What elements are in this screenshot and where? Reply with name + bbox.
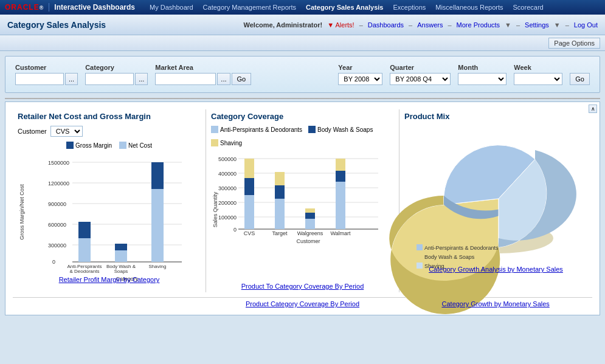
svg-text:400000: 400000 [218,171,237,177]
bar-bw-grossmargin [115,244,127,250]
svg-text:600000: 600000 [48,222,66,228]
customer-select-label: Customer [18,128,47,135]
welcome-text: Welcome, Administrator! [244,21,323,29]
svg-text:Body Wash & Soaps: Body Wash & Soaps [424,254,475,260]
market-area-go-btn[interactable]: Go [232,73,252,85]
middle-bar-chart: Sales Quantity 500000 400000 300000 2000… [211,149,387,276]
right-chart-title: Product Mix [404,112,587,121]
nav-category-sales[interactable]: Category Sales Analysis [306,4,383,11]
quarter-filter-group: Quarter BY 2008 Q4 [390,64,451,85]
svg-text:0: 0 [52,259,55,265]
svg-text:200000: 200000 [218,200,237,206]
svg-rect-38 [417,253,423,259]
bar-target-sh [275,172,285,185]
legend-bw: Body Wash & Soaps [308,126,373,133]
bar-sh-netcost [151,189,164,262]
left-y-axis-label: Gross Margin/Net Cost [19,184,25,240]
page-options-bar: Page Options [0,35,605,51]
week-filter-group: Week [514,64,562,85]
nav-misc-reports[interactable]: Miscellaneous Reports [435,4,503,11]
category-filter-group: Category ... [85,64,148,85]
customer-input[interactable] [15,73,64,85]
bottom-middle-link[interactable]: Product Category Coverage By Period [246,300,359,307]
year-label: Year [338,64,382,71]
legend-sh: Shaving [211,139,242,146]
bar-ap-netcost [78,238,91,262]
legend-net-cost: Net Cost [119,142,152,149]
filter-row: Customer ... Category ... Market Area ..… [15,64,590,85]
right-pie-chart: Anti-Perspirants & Deodorants Body Wash … [404,126,581,259]
middle-chart-link[interactable]: Product To Category Coverage By Period [211,283,394,290]
svg-text:Walgreens: Walgreens [297,230,323,236]
category-input[interactable] [85,73,134,85]
nav-scorecard[interactable]: Scorecard [513,4,544,11]
svg-text:300000: 300000 [218,185,237,191]
svg-text:0: 0 [233,227,237,233]
logout-link[interactable]: Log Out [574,21,598,29]
market-area-browse-btn[interactable]: ... [217,73,230,85]
nav-category-management[interactable]: Category Management Reports [203,4,296,11]
bar-walgreens-sh [305,208,315,213]
divider [5,98,600,99]
category-label: Category [85,64,148,71]
customer-select-row: Customer CVS [18,126,201,137]
dashboards-link[interactable]: Dashboards [368,21,404,29]
oracle-logo: ORACLE® [5,3,44,12]
svg-text:Customer: Customer [296,238,320,244]
year-select[interactable]: BY 2008 [338,73,382,85]
header-right-links: Welcome, Administrator! ▼ Alerts! – Dash… [244,21,598,29]
month-label: Month [458,64,506,71]
main-content: ∧ Retailer Net Cost and Gross Margin Cus… [5,101,600,315]
left-chart-link[interactable]: Retailer Profit Margin by Category [18,276,201,283]
svg-text:1200000: 1200000 [48,180,69,187]
go-button[interactable]: Go [570,73,590,85]
svg-text:Shaving: Shaving [149,264,167,269]
month-filter-group: Month [458,64,506,85]
page-title: Category Sales Analysis [7,20,106,30]
bar-walmart-ap [336,182,345,229]
year-filter-group: Year BY 2008 [338,64,382,85]
market-area-input[interactable] [155,73,216,85]
bar-target-ap [275,199,285,229]
svg-text:300000: 300000 [48,242,66,249]
alerts-link[interactable]: ▼ Alerts! [327,21,354,29]
legend-ap: Anti-Perspirants & Deodorants [211,126,302,133]
market-area-label: Market Area [155,64,251,71]
nav-exceptions[interactable]: Exceptions [393,4,426,11]
bar-walgreens-ap [305,219,315,229]
more-products-link[interactable]: More Products [457,21,500,29]
customer-dropdown[interactable]: CVS [50,126,83,137]
bottom-links-row: Product Category Coverage By Period Cate… [13,297,592,307]
category-browse-btn[interactable]: ... [135,73,148,85]
app-title: Interactive Dashboards [49,3,135,12]
quarter-label: Quarter [390,64,451,71]
nav-my-dashboard[interactable]: My Dashboard [150,4,193,11]
svg-text:Anti-Perspirants & Deodorants: Anti-Perspirants & Deodorants [424,245,499,251]
bottom-right-link[interactable]: Category Growth by Monetary Sales [442,300,550,307]
answers-link[interactable]: Answers [417,21,443,29]
settings-link[interactable]: Settings [525,21,549,29]
svg-text:Sales Quantity: Sales Quantity [212,191,218,227]
collapse-button[interactable]: ∧ [589,105,597,113]
right-chart-link[interactable]: Category Growth Analysis by Monetary Sal… [404,266,587,273]
month-select[interactable] [458,73,506,85]
bar-sh-grossmargin [151,162,164,189]
svg-text:1500000: 1500000 [48,160,69,166]
second-bar: Category Sales Analysis Welcome, Adminis… [0,15,605,35]
page-options-button[interactable]: Page Options [548,38,600,49]
svg-text:Target: Target [272,230,288,236]
customer-filter-group: Customer ... [15,64,78,85]
left-chart-section: Retailer Net Cost and Gross Margin Custo… [13,109,206,292]
left-chart-title: Retailer Net Cost and Gross Margin [18,112,201,121]
svg-text:Walmart: Walmart [330,230,351,236]
customer-browse-btn[interactable]: ... [65,73,78,85]
svg-rect-36 [417,244,423,250]
week-select[interactable] [514,73,562,85]
svg-rect-40 [417,263,423,269]
svg-text:& Deodorants: & Deodorants [70,269,100,274]
quarter-select[interactable]: BY 2008 Q4 [390,73,451,85]
middle-chart-section: Category Coverage Anti-Perspirants & Deo… [206,109,399,292]
net-cost-label: Net Cost [128,142,152,149]
bar-walgreens-bw [305,213,315,219]
nav-links: My Dashboard Category Management Reports… [150,4,544,11]
